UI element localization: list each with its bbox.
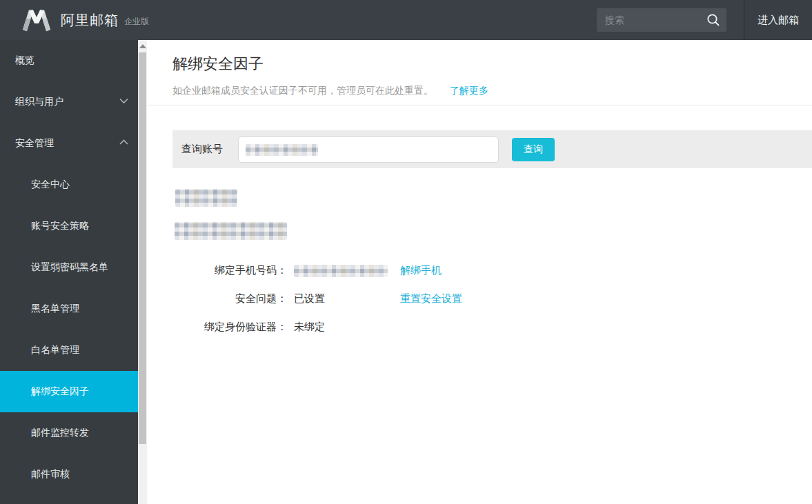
search-input[interactable]: [597, 8, 700, 32]
query-bar: 查询账号 查询: [172, 130, 812, 168]
alimail-logo-icon: [21, 8, 52, 32]
topbar-search: [597, 8, 726, 32]
scrollbar-thumb[interactable]: [139, 52, 146, 444]
detail-row-phone: 绑定手机号码： 解绑手机: [147, 256, 812, 285]
redacted-query-value: [246, 144, 318, 156]
brand: 阿里邮箱 企业版: [21, 0, 149, 40]
sidebar-item-mail-audit[interactable]: 邮件审核: [0, 454, 138, 495]
main-content: 解绑安全因子 如企业邮箱成员安全认证因子不可用，管理员可在此处重置。了解更多 查…: [147, 40, 812, 504]
vertical-scrollbar[interactable]: [138, 40, 147, 504]
scrollbar-up-arrow-icon[interactable]: [139, 44, 146, 48]
unbind-phone-link[interactable]: 解绑手机: [400, 264, 442, 277]
page-title: 解绑安全因子: [172, 54, 812, 74]
topbar: 阿里邮箱 企业版 进入邮箱: [0, 0, 812, 40]
page-description: 如企业邮箱成员安全认证因子不可用，管理员可在此处重置。了解更多: [172, 85, 812, 97]
detail-row-authenticator: 绑定身份验证器： 未绑定: [147, 313, 812, 341]
security-question-label: 安全问题：: [147, 292, 287, 305]
detail-row-security-question: 安全问题： 已设置 重置安全设置: [147, 285, 812, 313]
query-account-input[interactable]: [238, 137, 499, 163]
query-account-label: 查询账号: [181, 143, 223, 156]
redacted-account-name: [175, 189, 237, 207]
chevron-down-icon: [119, 98, 128, 104]
sidebar-item-security-mgmt[interactable]: 安全管理: [0, 123, 138, 164]
learn-more-link[interactable]: 了解更多: [450, 85, 488, 96]
brand-name: 阿里邮箱: [61, 11, 119, 30]
search-icon[interactable]: [706, 12, 721, 28]
sidebar-item-overview[interactable]: 概览: [0, 40, 138, 81]
sidebar-item-weak-password-blacklist[interactable]: 设置弱密码黑名单: [0, 247, 138, 288]
enter-mailbox-button[interactable]: 进入邮箱: [744, 0, 812, 40]
sidebar-item-mail-monitor-forward[interactable]: 邮件监控转发: [0, 412, 138, 454]
authenticator-value: 未绑定: [294, 321, 400, 334]
security-question-value: 已设置: [294, 292, 400, 305]
sidebar-item-account-security-policy[interactable]: 账号安全策略: [0, 205, 138, 247]
chevron-up-icon: [119, 139, 128, 145]
query-button[interactable]: 查询: [512, 138, 555, 161]
reset-security-settings-link[interactable]: 重置安全设置: [400, 292, 462, 305]
sidebar-item-label: 安全管理: [15, 137, 54, 150]
redacted-phone-number: [294, 265, 388, 277]
brand-edition-label: 企业版: [124, 13, 149, 28]
account-security-details: 绑定手机号码： 解绑手机 安全问题： 已设置 重置安全设置 绑定身份验证器： 未…: [147, 256, 812, 341]
authenticator-label: 绑定身份验证器：: [147, 321, 287, 334]
sidebar-item-whitelist-mgmt[interactable]: 白名单管理: [0, 330, 138, 371]
sidebar-item-security-center[interactable]: 安全中心: [0, 164, 138, 205]
page-description-text: 如企业邮箱成员安全认证因子不可用，管理员可在此处重置。: [172, 85, 433, 96]
redacted-account-email: [175, 222, 287, 240]
bound-phone-label: 绑定手机号码：: [147, 264, 287, 277]
sidebar-item-label: 概览: [15, 54, 34, 67]
bound-phone-value: [294, 265, 400, 277]
sidebar-item-unbind-security-factor[interactable]: 解绑安全因子: [0, 371, 138, 412]
sidebar-item-blacklist-mgmt[interactable]: 黑名单管理: [0, 288, 138, 330]
sidebar-item-label: 组织与用户: [15, 96, 63, 108]
sidebar: 概览 组织与用户 安全管理 安全中心 账号安全策略 设置弱密码黑名单 黑名单管理…: [0, 40, 138, 504]
page-header: 解绑安全因子 如企业邮箱成员安全认证因子不可用，管理员可在此处重置。了解更多: [147, 40, 812, 105]
sidebar-item-org-users[interactable]: 组织与用户: [0, 81, 138, 123]
